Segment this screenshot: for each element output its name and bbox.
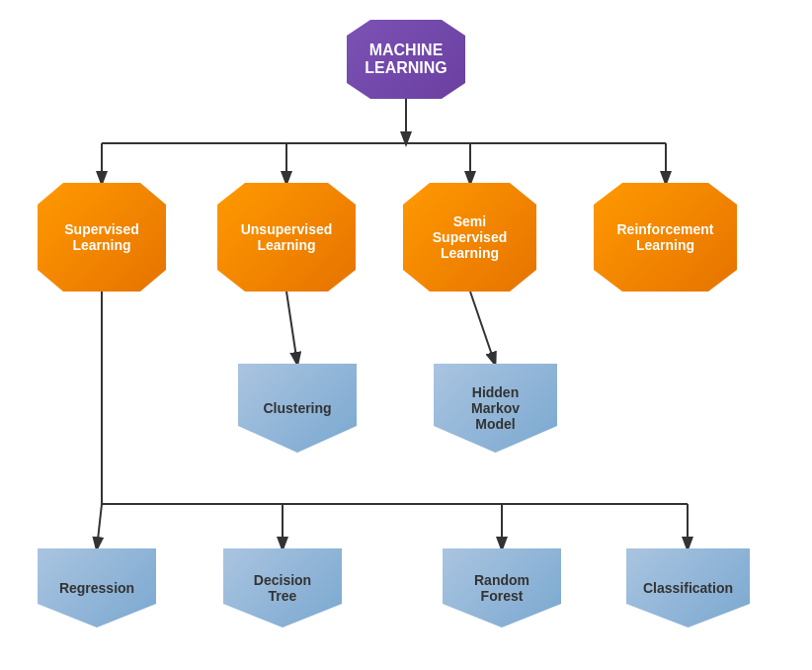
node-random: Random Forest — [443, 548, 561, 628]
node-unsupervised-label: Unsupervised Learning — [241, 221, 333, 253]
node-random-label: Random Forest — [474, 572, 529, 604]
node-classification: Classification — [626, 548, 750, 628]
node-supervised-label: Supervised Learning — [64, 221, 138, 253]
node-regression-label: Regression — [59, 580, 134, 596]
node-hmm-label: Hidden Markov Model — [471, 384, 520, 432]
svg-line-6 — [286, 292, 297, 364]
node-clustering-label: Clustering — [263, 400, 331, 416]
node-decision-label: Decision Tree — [254, 572, 311, 604]
node-semi-label: Semi Supervised Learning — [433, 213, 507, 261]
node-unsupervised: Unsupervised Learning — [217, 183, 356, 292]
node-semi: Semi Supervised Learning — [403, 183, 536, 292]
svg-line-10 — [97, 504, 102, 548]
svg-line-7 — [470, 292, 495, 364]
node-classification-label: Classification — [643, 580, 733, 596]
node-root-label: MACHINE LEARNING — [365, 42, 447, 77]
diagram: MACHINE LEARNING Supervised Learning Uns… — [0, 0, 812, 670]
node-root: MACHINE LEARNING — [347, 20, 465, 99]
node-supervised: Supervised Learning — [38, 183, 166, 292]
node-hmm: Hidden Markov Model — [434, 364, 557, 453]
node-clustering: Clustering — [238, 364, 357, 453]
node-regression: Regression — [38, 548, 156, 628]
node-reinforcement: Reinforcement Learning — [594, 183, 737, 292]
node-decision: Decision Tree — [223, 548, 342, 628]
node-reinforcement-label: Reinforcement Learning — [616, 221, 713, 253]
